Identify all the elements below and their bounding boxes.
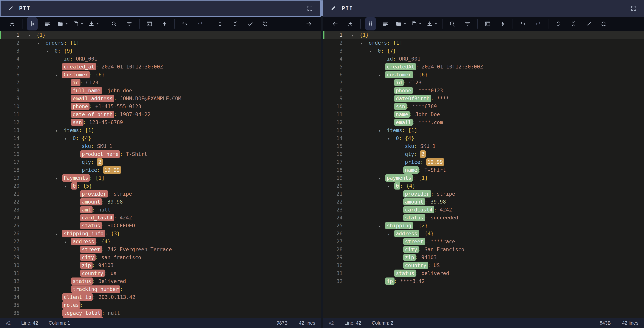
refresh-button[interactable]: [598, 18, 609, 30]
json-value-highlighted[interactable]: 2: [97, 158, 103, 166]
json-value[interactable]: us: [110, 270, 117, 276]
json-key-highlighted[interactable]: amount: [80, 198, 102, 205]
bolt-button[interactable]: [159, 18, 170, 30]
json-key[interactable]: items: [64, 127, 79, 133]
json-value[interactable]: 1987-04-22: [120, 111, 151, 117]
json-key-highlighted[interactable]: date_of_birth: [71, 111, 114, 118]
json-value[interactable]: 94103: [421, 254, 437, 260]
json-key[interactable]: 0: [396, 135, 399, 141]
json-value[interactable]: 123-45-6789: [89, 119, 123, 125]
json-key-highlighted[interactable]: ip: [385, 277, 394, 285]
json-value[interactable]: ****: [437, 96, 449, 101]
json-value-highlighted[interactable]: 2: [420, 150, 426, 158]
json-key[interactable]: price: [82, 167, 97, 173]
json-key-highlighted[interactable]: country: [404, 262, 428, 269]
json-key-highlighted[interactable]: product_name: [80, 150, 120, 158]
json-key-highlighted[interactable]: created_at: [62, 63, 96, 70]
json-key-highlighted[interactable]: id: [71, 79, 80, 86]
json-value[interactable]: john doe: [108, 88, 132, 93]
json-value[interactable]: SKU_1: [420, 143, 436, 149]
search-button[interactable]: [109, 18, 119, 30]
json-key-highlighted[interactable]: client_ip: [62, 293, 93, 301]
divider-handle[interactable]: [321, 1, 323, 16]
json-key-highlighted[interactable]: shipping_info: [62, 230, 105, 237]
json-value[interactable]: Delivered: [98, 278, 126, 284]
json-value[interactable]: 4242: [440, 207, 452, 213]
fold-arrow-icon[interactable]: ▾: [37, 39, 46, 47]
json-value[interactable]: C123: [86, 80, 98, 85]
json-value[interactable]: null: [98, 207, 110, 213]
json-key[interactable]: qty: [82, 159, 91, 165]
sparkles-button[interactable]: [7, 18, 17, 30]
redo-button[interactable]: [194, 18, 205, 30]
check-button[interactable]: [245, 18, 256, 30]
redo-button[interactable]: [533, 18, 543, 30]
json-value[interactable]: null: [108, 310, 120, 316]
fullscreen-button[interactable]: [630, 5, 637, 12]
fold-arrow-icon[interactable]: ▾: [46, 47, 54, 55]
json-key-highlighted[interactable]: name: [394, 111, 410, 118]
json-key-highlighted[interactable]: status: [80, 222, 102, 229]
json-key-highlighted[interactable]: legacy_total: [62, 309, 102, 317]
json-key-highlighted[interactable]: amount: [404, 198, 425, 205]
json-value[interactable]: stripe: [114, 191, 132, 197]
json-key-highlighted[interactable]: dateOfBirth: [394, 95, 431, 102]
json-key[interactable]: sku: [82, 143, 91, 149]
download-button[interactable]: [88, 18, 99, 30]
json-key-highlighted[interactable]: ssn: [71, 119, 84, 126]
filter-button[interactable]: [124, 18, 134, 30]
json-key-highlighted[interactable]: street: [80, 246, 102, 253]
json-value[interactable]: san francisco: [101, 254, 141, 260]
json-value[interactable]: US: [434, 262, 440, 268]
json-key-highlighted[interactable]: tracking_number: [71, 285, 120, 293]
json-key-highlighted[interactable]: address: [71, 238, 96, 245]
json-key-highlighted[interactable]: zip: [404, 254, 416, 261]
json-value[interactable]: C123: [409, 80, 422, 85]
json-key[interactable]: items: [387, 127, 402, 133]
json-key[interactable]: orders: [46, 40, 64, 46]
copy-button[interactable]: [73, 18, 84, 30]
unfold-button[interactable]: [553, 18, 564, 30]
json-key[interactable]: price: [405, 159, 420, 165]
json-value[interactable]: succeeded: [430, 215, 458, 221]
arrow-left-button[interactable]: [330, 18, 340, 30]
json-key[interactable]: sku: [405, 143, 414, 149]
json-value[interactable]: +1-415-555-0123: [95, 103, 142, 109]
json-key-highlighted[interactable]: country: [80, 270, 105, 277]
json-key-highlighted[interactable]: provider: [404, 190, 431, 198]
json-value[interactable]: ORD_001: [399, 56, 420, 62]
json-key-highlighted[interactable]: status: [394, 270, 416, 277]
json-key-highlighted[interactable]: email_address: [71, 95, 114, 102]
json-value[interactable]: John Doe: [415, 111, 440, 117]
json-value[interactable]: T-Shirt: [126, 151, 147, 157]
json-key-highlighted[interactable]: shipping: [385, 222, 413, 229]
json-key-highlighted[interactable]: provider: [80, 190, 108, 198]
fold-button[interactable]: [230, 18, 240, 30]
json-key-highlighted[interactable]: status: [404, 214, 425, 221]
json-key-highlighted[interactable]: amt: [80, 206, 92, 213]
fold-arrow-icon[interactable]: ▾: [378, 127, 387, 135]
json-key-highlighted[interactable]: status: [71, 277, 93, 285]
json-key-highlighted[interactable]: Payments: [62, 174, 90, 182]
json-value-highlighted[interactable]: 19.99: [426, 158, 444, 166]
json-key-highlighted[interactable]: zip: [80, 262, 92, 269]
terminal-button[interactable]: [482, 18, 493, 30]
folder-button[interactable]: [57, 18, 68, 30]
terminal-button[interactable]: [144, 18, 155, 30]
json-key-highlighted[interactable]: 0: [394, 182, 400, 190]
json-key-highlighted[interactable]: street: [404, 238, 425, 245]
json-key[interactable]: id: [387, 56, 393, 62]
json-value[interactable]: ****race: [430, 239, 455, 244]
json-value[interactable]: 4242: [120, 215, 132, 221]
download-button[interactable]: [426, 18, 438, 30]
fold-arrow-icon[interactable]: ▾: [360, 39, 369, 47]
json-key[interactable]: qty: [405, 151, 414, 157]
sparkles-button[interactable]: [345, 18, 356, 30]
json-key-highlighted[interactable]: name: [404, 166, 419, 174]
unfold-button[interactable]: [215, 18, 225, 30]
json-key-highlighted[interactable]: address: [394, 230, 419, 237]
json-value[interactable]: JOHN.DOE@EXAMPLE.COM: [120, 96, 181, 101]
json-key-highlighted[interactable]: phone: [394, 87, 413, 94]
json-value[interactable]: San Francisco: [424, 246, 464, 252]
fold-arrow-icon[interactable]: ▾: [351, 31, 360, 39]
